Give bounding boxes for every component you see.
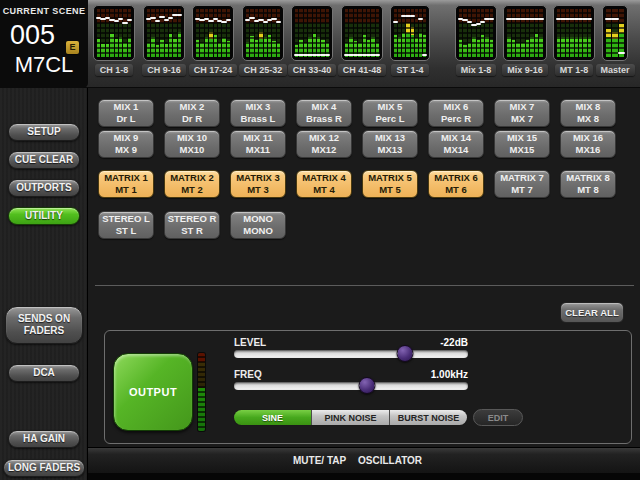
meter-block-ch-33-40[interactable]: CH 33-40 bbox=[291, 5, 333, 76]
sends-on-faders-button[interactable]: SENDS ON FADERS bbox=[5, 306, 83, 344]
outports-button[interactable]: OUTPORTS bbox=[8, 179, 80, 197]
freq-label: FREQ bbox=[234, 369, 262, 380]
select-button-mix-10[interactable]: MIX 10MX10 bbox=[164, 130, 220, 158]
meter-block-label: Mix 9-16 bbox=[502, 64, 548, 76]
current-scene-box[interactable]: CURRENT SCENE 005 E M7CL bbox=[0, 0, 88, 88]
meter-block-label: MT 1-8 bbox=[555, 64, 594, 76]
meter-block-label: CH 41-48 bbox=[338, 64, 387, 76]
meter-bridge-header: CURRENT SCENE 005 E M7CL CH 1-8CH 9-16CH… bbox=[0, 0, 640, 88]
bottom-strip bbox=[88, 473, 640, 480]
level-label: LEVEL bbox=[234, 337, 266, 348]
ha-gain-button[interactable]: HA GAIN bbox=[8, 430, 80, 448]
burst-noise-mode-button[interactable]: BURST NOISE bbox=[390, 410, 467, 425]
select-button-mix-7[interactable]: MIX 7MX 7 bbox=[494, 99, 550, 127]
meter-block-label: CH 17-24 bbox=[189, 64, 238, 76]
channel-select-row-matrix: MATRIX 1MT 1MATRIX 2MT 2MATRIX 3MT 3MATR… bbox=[98, 170, 616, 198]
select-button-mix-16[interactable]: MIX 16MX16 bbox=[560, 130, 616, 158]
meter-block-label: CH 25-32 bbox=[239, 64, 288, 76]
meter-bridge: CH 1-8CH 9-16CH 17-24CH 25-32CH 33-40CH … bbox=[90, 0, 640, 88]
long-faders-button[interactable]: LONG FADERS bbox=[3, 459, 85, 477]
freq-slider[interactable] bbox=[234, 382, 468, 390]
select-button-matrix-7[interactable]: MATRIX 7MT 7 bbox=[494, 170, 550, 198]
section-divider bbox=[95, 285, 634, 286]
meter-block-ch-17-24[interactable]: CH 17-24 bbox=[192, 5, 234, 76]
meter-block-mt-1-8[interactable]: MT 1-8 bbox=[553, 5, 595, 76]
select-button-matrix-1[interactable]: MATRIX 1MT 1 bbox=[98, 170, 154, 198]
level-slider[interactable] bbox=[234, 350, 468, 358]
meter-block-label: CH 33-40 bbox=[288, 64, 337, 76]
select-button-mix-13[interactable]: MIX 13MX13 bbox=[362, 130, 418, 158]
oscillator-output-button[interactable]: OUTPUT bbox=[113, 353, 193, 431]
channel-select-row-mix-9-16: MIX 9MX 9MIX 10MX10MIX 11MX11MIX 12MX12M… bbox=[98, 130, 616, 158]
scene-number: 005 bbox=[10, 20, 55, 51]
meter-block-label: Mix 1-8 bbox=[456, 64, 497, 76]
select-button-matrix-2[interactable]: MATRIX 2MT 2 bbox=[164, 170, 220, 198]
meter-block-ch-41-48[interactable]: CH 41-48 bbox=[341, 5, 383, 76]
meter-block-label: CH 9-16 bbox=[142, 64, 186, 76]
meter-block-master[interactable]: Master bbox=[602, 5, 628, 76]
select-button-matrix-4[interactable]: MATRIX 4MT 4 bbox=[296, 170, 352, 198]
level-slider-handle[interactable] bbox=[396, 345, 413, 362]
oscillator-panel: OUTPUT LEVEL -22dB FREQ 1.00kHz SINE PIN… bbox=[104, 330, 632, 444]
mute-tap-tab[interactable]: MUTE/ TAP bbox=[293, 455, 346, 466]
setup-button[interactable]: SETUP bbox=[8, 123, 80, 141]
select-button-matrix-3[interactable]: MATRIX 3MT 3 bbox=[230, 170, 286, 198]
select-button-stereo-l[interactable]: STEREO LST L bbox=[98, 211, 154, 239]
current-scene-label: CURRENT SCENE bbox=[0, 6, 88, 16]
meter-block-ch-9-16[interactable]: CH 9-16 bbox=[143, 5, 185, 76]
select-button-mix-2[interactable]: MIX 2Dr R bbox=[164, 99, 220, 127]
select-button-stereo-r[interactable]: STEREO RST R bbox=[164, 211, 220, 239]
utility-button[interactable]: UTILITY bbox=[8, 207, 80, 225]
channel-select-row-mix-1-8: MIX 1Dr LMIX 2Dr RMIX 3Brass LMIX 4Brass… bbox=[98, 99, 616, 127]
cue-clear-button[interactable]: CUE CLEAR bbox=[8, 151, 80, 169]
select-button-mix-12[interactable]: MIX 12MX12 bbox=[296, 130, 352, 158]
oscillator-tab[interactable]: OSCILLATOR bbox=[358, 455, 422, 466]
meter-block-mix-1-8[interactable]: Mix 1-8 bbox=[455, 5, 497, 76]
sine-mode-button[interactable]: SINE bbox=[234, 410, 312, 425]
meter-block-mix-9-16[interactable]: Mix 9-16 bbox=[503, 5, 547, 76]
channel-select-row-stereo-mono: STEREO LST LSTEREO RST RMONOMONO bbox=[98, 211, 286, 239]
clear-all-button[interactable]: CLEAR ALL bbox=[560, 302, 624, 323]
bottom-tab-bar: MUTE/ TAP OSCILLATOR bbox=[88, 447, 640, 473]
select-button-mix-8[interactable]: MIX 8MX 8 bbox=[560, 99, 616, 127]
meter-block-ch-25-32[interactable]: CH 25-32 bbox=[242, 5, 284, 76]
console-model-label: M7CL bbox=[0, 52, 88, 78]
select-button-mix-15[interactable]: MIX 15MX15 bbox=[494, 130, 550, 158]
select-button-mix-11[interactable]: MIX 11MX11 bbox=[230, 130, 286, 158]
oscillator-mode-group: SINE PINK NOISE BURST NOISE bbox=[233, 409, 468, 426]
select-button-matrix-8[interactable]: MATRIX 8MT 8 bbox=[560, 170, 616, 198]
meter-block-label: ST 1-4 bbox=[391, 64, 428, 76]
pink-noise-mode-button[interactable]: PINK NOISE bbox=[312, 410, 390, 425]
dca-button[interactable]: DCA bbox=[8, 364, 80, 382]
select-button-mono[interactable]: MONOMONO bbox=[230, 211, 286, 239]
freq-slider-handle[interactable] bbox=[359, 377, 376, 394]
meter-block-st-1-4[interactable]: ST 1-4 bbox=[390, 5, 430, 76]
select-button-mix-6[interactable]: MIX 6Perc R bbox=[428, 99, 484, 127]
select-button-mix-4[interactable]: MIX 4Brass R bbox=[296, 99, 352, 127]
select-button-mix-9[interactable]: MIX 9MX 9 bbox=[98, 130, 154, 158]
m7cl-editor-window: CURRENT SCENE 005 E M7CL CH 1-8CH 9-16CH… bbox=[0, 0, 640, 480]
meter-block-label: CH 1-8 bbox=[95, 64, 134, 76]
oscillator-output-meter bbox=[198, 353, 205, 431]
edit-button[interactable]: EDIT bbox=[473, 409, 523, 426]
select-button-matrix-5[interactable]: MATRIX 5MT 5 bbox=[362, 170, 418, 198]
select-button-mix-14[interactable]: MIX 14MX14 bbox=[428, 130, 484, 158]
select-button-mix-1[interactable]: MIX 1Dr L bbox=[98, 99, 154, 127]
select-button-matrix-6[interactable]: MATRIX 6MT 6 bbox=[428, 170, 484, 198]
meter-block-ch-1-8[interactable]: CH 1-8 bbox=[93, 5, 135, 76]
freq-value: 1.00kHz bbox=[398, 369, 468, 380]
select-button-mix-5[interactable]: MIX 5Perc L bbox=[362, 99, 418, 127]
meter-block-label: Master bbox=[596, 64, 635, 76]
sidebar: SETUP CUE CLEAR OUTPORTS UTILITY SENDS O… bbox=[0, 88, 88, 480]
select-button-mix-3[interactable]: MIX 3Brass L bbox=[230, 99, 286, 127]
